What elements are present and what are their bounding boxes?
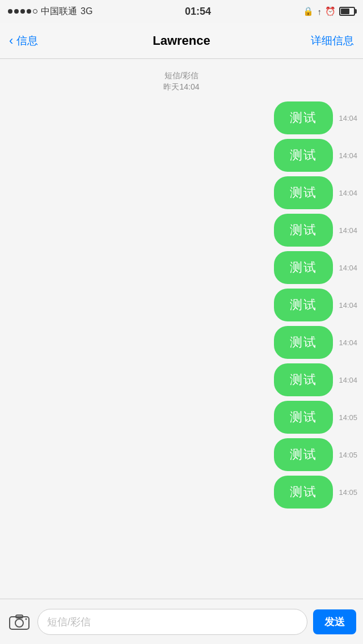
- back-button[interactable]: ‹ 信息: [9, 33, 38, 48]
- signal-dot-2: [14, 9, 19, 14]
- message-bubble[interactable]: 测试: [274, 401, 333, 434]
- message-bubble[interactable]: 测试: [274, 251, 333, 284]
- message-time: 14:04: [339, 376, 357, 384]
- message-bubble[interactable]: 测试: [274, 363, 333, 396]
- message-row: 测试14:05: [6, 476, 357, 509]
- chevron-left-icon: ‹: [9, 35, 13, 47]
- signal-dot-1: [8, 9, 12, 14]
- message-time: 14:04: [339, 301, 357, 310]
- message-bubble[interactable]: 测试: [274, 176, 333, 209]
- message-time: 14:05: [339, 488, 357, 497]
- message-time: 14:04: [339, 226, 357, 235]
- location-icon: ↑: [317, 7, 322, 16]
- svg-point-1: [15, 619, 23, 627]
- message-time: 14:05: [339, 451, 357, 459]
- message-row: 测试14:04: [6, 289, 357, 321]
- signal-dots: [8, 9, 37, 14]
- message-time: 14:04: [339, 114, 357, 122]
- message-input[interactable]: 短信/彩信: [37, 609, 307, 635]
- message-time: 14:04: [339, 151, 357, 160]
- message-bubble[interactable]: 测试: [274, 289, 333, 321]
- message-bubble[interactable]: 测试: [274, 476, 333, 509]
- input-bar: 短信/彩信 发送: [0, 599, 363, 644]
- message-time: 14:05: [339, 413, 357, 422]
- message-row: 测试14:04: [6, 251, 357, 284]
- message-time: 14:04: [339, 189, 357, 197]
- message-row: 测试14:04: [6, 363, 357, 396]
- signal-dot-5: [33, 9, 37, 14]
- alarm-icon: ⏰: [325, 6, 336, 16]
- message-bubble[interactable]: 测试: [274, 326, 333, 359]
- message-row: 测试14:04: [6, 176, 357, 209]
- messages-list: 测试14:04测试14:04测试14:04测试14:04测试14:04测试14:…: [0, 101, 363, 509]
- message-bubble[interactable]: 测试: [274, 139, 333, 172]
- message-row: 测试14:04: [6, 214, 357, 247]
- status-bar: 中国联通 3G 01:54 🔒 ↑ ⏰: [0, 0, 363, 23]
- carrier-text: 中国联通: [41, 6, 77, 18]
- status-right: 🔒 ↑ ⏰: [303, 6, 355, 16]
- lock-icon: 🔒: [303, 6, 314, 16]
- detail-button[interactable]: 详细信息: [311, 33, 354, 48]
- battery-fill: [341, 9, 349, 14]
- message-row: 测试14:04: [6, 139, 357, 172]
- battery-icon: [339, 7, 355, 16]
- message-row: 测试14:04: [6, 326, 357, 359]
- status-left: 中国联通 3G: [8, 6, 92, 18]
- message-bubble[interactable]: 测试: [274, 438, 333, 471]
- network-type: 3G: [81, 6, 92, 16]
- message-row: 测试14:05: [6, 401, 357, 434]
- message-row: 测试14:04: [6, 101, 357, 134]
- signal-dot-3: [20, 9, 25, 14]
- message-row: 测试14:05: [6, 438, 357, 471]
- message-bubble[interactable]: 测试: [274, 101, 333, 134]
- message-bubble[interactable]: 测试: [274, 214, 333, 247]
- nav-bar: ‹ 信息 Lawrence 详细信息: [0, 23, 363, 59]
- page-title: Lawrence: [153, 33, 210, 48]
- message-type-label: 短信/彩信: [0, 70, 363, 82]
- input-placeholder: 短信/彩信: [47, 615, 91, 629]
- message-time: 14:04: [339, 338, 357, 347]
- camera-button[interactable]: [7, 609, 32, 634]
- send-button[interactable]: 发送: [313, 609, 356, 634]
- camera-icon: [9, 614, 29, 630]
- signal-dot-4: [27, 9, 31, 14]
- messages-area: 短信/彩信 昨天14:04 测试14:04测试14:04测试14:04测试14:…: [0, 59, 363, 599]
- message-time: 14:04: [339, 264, 357, 272]
- back-label: 信息: [16, 33, 38, 48]
- message-date-label: 昨天14:04: [0, 82, 363, 93]
- svg-point-3: [26, 618, 27, 620]
- message-date-header: 短信/彩信 昨天14:04: [0, 70, 363, 92]
- status-time: 01:54: [185, 6, 211, 18]
